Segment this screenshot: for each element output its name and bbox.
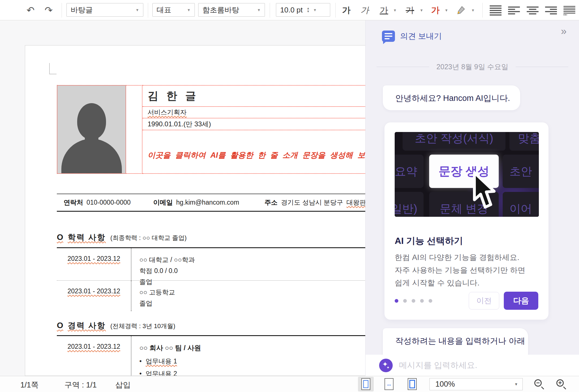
zoom-in-button[interactable]: + <box>556 379 567 390</box>
contact-row: 연락처 010-0000-0000 이메일 hg.kim@hancom.com … <box>57 194 365 212</box>
career-bullet: •업무내용 2 <box>139 369 365 376</box>
email-label: 이메일 <box>153 198 173 207</box>
ai-notice-text: 작성하려는 내용을 입력하거나 아래 <box>383 328 528 347</box>
table-spacer-column <box>126 85 142 174</box>
education-section-heading: O 학력 사항 (최종학력 : ○○ 대학교 졸업) <box>57 232 187 243</box>
magnifier-handle <box>563 386 566 389</box>
chevron-down-icon: ▼ <box>471 8 475 12</box>
redo-button[interactable]: ↷ <box>41 3 56 17</box>
style-preset-dropdown[interactable]: 대표 ▼ <box>152 3 195 17</box>
career-heading: ○○ 회사 ○○ 팀 / 사원 <box>139 342 365 353</box>
cursor-arrow-icon <box>472 171 500 211</box>
card-body-line: 한컴 AI의 다양한 기능을 경험하세요. <box>395 251 525 264</box>
phone-label: 연락처 <box>64 198 83 207</box>
view-mode-page-button[interactable] <box>358 377 374 391</box>
insert-mode-indicator[interactable]: 삽입 <box>115 380 131 390</box>
bold-button[interactable]: 가 <box>340 3 353 17</box>
zoom-level-dropdown[interactable]: 100% ▼ <box>429 378 523 390</box>
pagination-dot[interactable] <box>403 299 407 303</box>
strikethrough-options-arrow[interactable]: ▼ <box>418 3 425 17</box>
highlighter-pen-icon <box>456 6 465 15</box>
chevron-down-icon[interactable]: ▼ <box>313 8 317 12</box>
panel-collapse-icon[interactable]: » <box>561 25 567 37</box>
career-bullet: •업무내용 1 <box>139 357 365 366</box>
conversation-date: 2023년 8월 9일 수요일 <box>437 62 508 72</box>
document-area: 김 한 글 서비스기획자 1990.01.01.(만 33세) 이곳을 클릭하여… <box>0 20 365 376</box>
font-color-button[interactable]: 가 <box>429 3 442 17</box>
paragraph-style-dropdown[interactable]: 바탕글 ▼ <box>66 3 143 17</box>
message-input[interactable] <box>399 358 563 372</box>
birthdate-row: 1990.01.01.(만 33세) <box>142 118 365 130</box>
send-feedback-button[interactable]: 의견 보내기 <box>382 31 442 42</box>
pagination-dot-active[interactable] <box>395 299 398 303</box>
pagination-dot[interactable] <box>420 299 424 303</box>
prev-button[interactable]: 이전 <box>469 292 499 309</box>
underline-button[interactable]: 가 <box>378 3 390 17</box>
align-justify-icon[interactable] <box>490 5 502 16</box>
profile-photo-placeholder[interactable] <box>57 85 126 174</box>
feature-tile: 초안 작성(서식) <box>403 132 505 151</box>
font-size-stepper[interactable]: 10.0 pt ▲ ▼ ▼ <box>276 3 330 17</box>
redo-icon: ↷ <box>45 5 53 16</box>
strikethrough-icon: 가 <box>406 5 414 16</box>
underline-icon: 가 <box>380 5 388 16</box>
status-bar: 1/1쪽 구역 : 1/1 삽입 ↔ 100% ▼ − + <box>0 376 579 392</box>
font-size-spin[interactable]: ▲ ▼ <box>307 7 310 13</box>
ai-intro-prompt-text[interactable]: 이곳을 클릭하여 AI를 활용한 한 줄 소개 문장을 생성해 보세요. <box>142 150 365 160</box>
document-page[interactable]: 김 한 글 서비스기획자 1990.01.01.(만 33세) 이곳을 클릭하여… <box>25 45 365 376</box>
message-input-bar: ✦ ✦ <box>366 355 579 376</box>
undo-button[interactable]: ↶ <box>23 3 38 17</box>
chevron-down-icon: ▼ <box>420 8 424 12</box>
font-size-value: 10.0 pt <box>280 6 303 14</box>
toolbar-separator <box>335 3 336 18</box>
view-mode-fit-width-button[interactable]: ↔ <box>381 377 397 391</box>
toolbar-separator <box>482 3 483 18</box>
highlighter-button[interactable] <box>455 3 467 17</box>
font-family-dropdown[interactable]: 함초롬바탕 ▼ <box>198 3 265 17</box>
name-row: 김 한 글 <box>142 85 365 106</box>
job-title-row: 서비스기획자 <box>142 106 365 118</box>
underline-options-arrow[interactable]: ▼ <box>391 3 399 17</box>
education-line: 졸업 <box>139 298 365 309</box>
chevron-down-icon: ▼ <box>254 8 261 12</box>
chevron-down-icon: ▼ <box>514 382 518 386</box>
align-center-icon[interactable] <box>527 5 539 16</box>
career-period: 2023.01 - 2023.12 <box>68 343 120 350</box>
pagination-dot[interactable] <box>429 299 432 303</box>
font-family-value: 함초롬바탕 <box>202 5 239 15</box>
job-title: 서비스기획자 <box>142 108 187 117</box>
education-line: ○○ 고등학교 <box>139 287 365 298</box>
feedback-bubble-icon <box>382 31 395 42</box>
chevron-down-icon: ▼ <box>132 8 139 12</box>
career-title: 경력 사항 <box>68 320 106 331</box>
next-button[interactable]: 다음 <box>504 292 538 310</box>
chevron-down-icon: ▼ <box>183 8 191 12</box>
section-marker: O <box>57 321 63 330</box>
font-color-icon: 가 <box>431 5 440 16</box>
ai-greeting-bubble: 안녕하세요? Hancom AI입니다. <box>383 85 520 111</box>
paragraph-style-value: 바탕글 <box>71 5 93 15</box>
zoom-out-button[interactable]: − <box>534 379 545 390</box>
align-distribute-icon[interactable] <box>563 5 575 16</box>
align-left-icon[interactable] <box>508 5 520 16</box>
magnifier-handle <box>541 386 544 389</box>
toolbar-separator <box>270 3 270 18</box>
italic-button[interactable]: 가 <box>358 3 371 17</box>
page-view-icon <box>361 378 370 390</box>
pagination-dot[interactable] <box>412 299 415 303</box>
spin-down-icon[interactable]: ▼ <box>307 10 310 13</box>
education-period: 2023.01 - 2023.12 <box>68 255 120 262</box>
margin-corner-mark <box>49 63 57 74</box>
education-line: ○○ 대학교 / ○○학과 <box>139 254 365 265</box>
strikethrough-button[interactable]: 가 <box>404 3 416 17</box>
highlighter-options-arrow[interactable]: ▼ <box>469 3 477 17</box>
align-right-icon[interactable] <box>545 5 557 16</box>
view-mode-fit-page-button[interactable] <box>404 377 420 391</box>
feature-tile: 일반) <box>395 192 424 217</box>
chevron-down-icon: ▼ <box>393 8 397 12</box>
font-color-options-arrow[interactable]: ▼ <box>443 3 450 17</box>
pagination-dots <box>395 299 432 303</box>
hancom-office-window: ↶ ↷ 바탕글 ▼ 대표 ▼ 함초롬바탕 ▼ 10.0 pt ▲ ▼ ▼ 가 가… <box>0 0 579 392</box>
intro-row: 이곳을 클릭하여 AI를 활용한 한 줄 소개 문장을 생성해 보세요. <box>142 130 365 174</box>
email-value: hg.kim@hancom.com <box>176 199 239 206</box>
